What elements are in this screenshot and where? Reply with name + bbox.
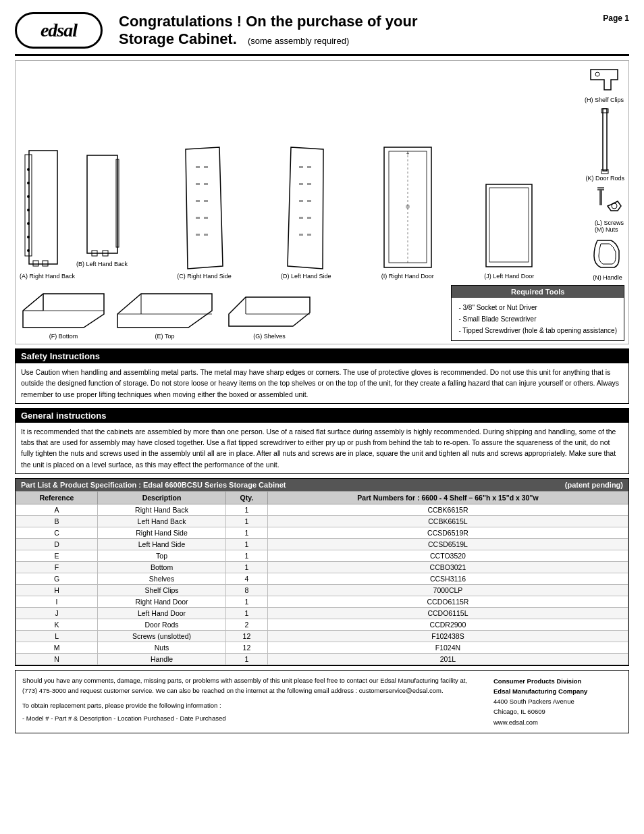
table-cell-7-1: Shelf Clips bbox=[98, 584, 226, 596]
svg-point-5 bbox=[27, 209, 30, 211]
company-div: Consumer Products Division bbox=[493, 676, 622, 686]
parts-group-right: (H) Shelf Clips (K) Door Rods bbox=[584, 66, 624, 281]
table-row: DLeft Hand Side1CCSD6519L bbox=[16, 538, 628, 550]
part-n-label: (N) Handle bbox=[593, 274, 622, 281]
part-e: (E) Top bbox=[114, 290, 215, 341]
table-cell-0-2: 1 bbox=[225, 504, 267, 515]
svg-point-3 bbox=[27, 182, 30, 184]
part-f-label: (F) Bottom bbox=[49, 333, 78, 341]
svg-rect-11 bbox=[87, 155, 117, 253]
header-title: Congratulations ! On the purchase of you… bbox=[119, 13, 603, 49]
header: edsal Congratulations ! On the purchase … bbox=[15, 12, 629, 56]
svg-text:+: + bbox=[406, 151, 409, 157]
table-cell-8-2: 1 bbox=[225, 596, 267, 607]
table-cell-4-2: 1 bbox=[225, 550, 267, 561]
table-row: LScrews (unslotted)12F102438S bbox=[16, 630, 628, 642]
table-patent: (patent pending) bbox=[565, 481, 623, 489]
table-cell-9-1: Left Hand Door bbox=[98, 607, 226, 619]
table-cell-10-0: K bbox=[16, 619, 98, 630]
svg-rect-49 bbox=[599, 190, 602, 205]
table-cell-0-3: CCBK6615R bbox=[267, 504, 628, 515]
part-d: (D) Left Hand Side bbox=[281, 146, 331, 281]
part-c-label: (C) Right Hand Side bbox=[177, 273, 232, 281]
part-e-label: (E) Top bbox=[155, 333, 175, 341]
table-row: ARight Hand Back1CCBK6615R bbox=[16, 504, 628, 515]
table-cell-0-1: Right Hand Back bbox=[98, 504, 226, 515]
table-cell-11-1: Screws (unslotted) bbox=[98, 630, 226, 642]
col-qty: Qty. bbox=[225, 491, 267, 504]
svg-rect-28 bbox=[299, 183, 303, 185]
table-cell-13-1: Handle bbox=[98, 653, 226, 664]
table-cell-3-3: CCSD6519L bbox=[267, 538, 628, 550]
table-cell-3-1: Left Hand Side bbox=[98, 538, 226, 550]
safety-body: Use Caution when handling and assembling… bbox=[16, 363, 628, 403]
svg-rect-31 bbox=[299, 234, 303, 236]
table-cell-4-3: CCTO3520 bbox=[267, 550, 628, 561]
table-row: KDoor Rods2CCDR2900 bbox=[16, 619, 628, 630]
part-d-label: (D) Left Hand Side bbox=[281, 273, 331, 281]
col-part-numbers: Part Numbers for : 6600 - 4 Shelf – 66"h… bbox=[267, 491, 628, 504]
svg-rect-42 bbox=[486, 184, 532, 267]
table-cell-2-1: Right Hand Side bbox=[98, 527, 226, 538]
part-b: (B) Left Hand Back bbox=[76, 154, 128, 269]
parts-group-ab: (A) Right Hand Back (B) Left Hand Back bbox=[20, 149, 128, 281]
table-cell-5-0: F bbox=[16, 561, 98, 573]
footer-replacement-items: - Model # - Part # & Description - Locat… bbox=[22, 714, 483, 724]
website: www.edsal.com bbox=[493, 717, 622, 727]
table-cell-13-3: 201L bbox=[267, 653, 628, 664]
table-cell-8-1: Right Hand Door bbox=[98, 596, 226, 607]
tool-item-3: Tipped Screwdriver (hole & tab opening a… bbox=[458, 325, 617, 336]
table-row: MNuts12F1024N bbox=[16, 642, 628, 653]
svg-rect-29 bbox=[299, 200, 303, 202]
footer: Should you have any comments, damage, mi… bbox=[15, 670, 629, 733]
part-f: (F) Bottom bbox=[20, 290, 107, 341]
general-header: General instructions bbox=[16, 409, 628, 423]
table-cell-1-0: B bbox=[16, 515, 98, 527]
title-line2: Storage Cabinet. bbox=[119, 30, 237, 47]
svg-rect-17 bbox=[196, 183, 200, 185]
svg-rect-36 bbox=[307, 234, 311, 236]
table-cell-5-3: CCBO3021 bbox=[267, 561, 628, 573]
svg-marker-57 bbox=[117, 294, 212, 328]
table-row: JLeft Hand Door1CCDO6115L bbox=[16, 607, 628, 619]
table-cell-13-0: N bbox=[16, 653, 98, 664]
part-h-label: (H) Shelf Clips bbox=[585, 97, 624, 103]
table-row: CRight Hand Side1CCSD6519R bbox=[16, 527, 628, 538]
svg-rect-18 bbox=[196, 200, 200, 202]
title-line1: Congratulations ! On the purchase of you… bbox=[119, 13, 417, 30]
table-cell-5-1: Bottom bbox=[98, 561, 226, 573]
tools-list: 3/8" Socket or Nut Driver Small Blade Sc… bbox=[458, 302, 617, 336]
col-description: Description bbox=[98, 491, 226, 504]
table-row: ETop1CCTO3520 bbox=[16, 550, 628, 561]
table-cell-6-3: CCSH3116 bbox=[267, 573, 628, 584]
company-name: Edsal Manufacturing Company bbox=[493, 686, 622, 696]
part-j: (J) Left Hand Door bbox=[484, 179, 535, 281]
table-row: GShelves4CCSH3116 bbox=[16, 573, 628, 584]
logo-text: edsal bbox=[41, 20, 77, 41]
part-lm-label: (L) Screws(M) Nuts bbox=[595, 219, 624, 233]
parts-list-table: Reference Description Qty. Part Numbers … bbox=[16, 491, 628, 665]
parts-table-section: Part List & Product Specification : Edsa… bbox=[15, 478, 629, 666]
table-cell-1-2: 1 bbox=[225, 515, 267, 527]
svg-rect-23 bbox=[204, 200, 208, 202]
svg-rect-45 bbox=[603, 109, 607, 171]
svg-rect-43 bbox=[489, 188, 529, 262]
table-cell-2-3: CCSD6519R bbox=[267, 527, 628, 538]
table-cell-6-0: G bbox=[16, 573, 98, 584]
svg-point-7 bbox=[27, 236, 30, 238]
svg-rect-20 bbox=[196, 234, 200, 236]
address1: 4400 South Packers Avenue bbox=[493, 696, 622, 706]
table-cell-7-0: H bbox=[16, 584, 98, 596]
tool-item-1: 3/8" Socket or Nut Driver bbox=[458, 302, 617, 313]
table-title: Part List & Product Specification : Edsa… bbox=[21, 481, 286, 489]
subtitle: (some assembly required) bbox=[248, 36, 349, 46]
table-cell-7-3: 7000CLP bbox=[267, 584, 628, 596]
part-h: (H) Shelf Clips bbox=[584, 66, 624, 103]
table-cell-4-1: Top bbox=[98, 550, 226, 561]
svg-rect-24 bbox=[204, 217, 208, 219]
page: edsal Congratulations ! On the purchase … bbox=[0, 0, 644, 834]
bottom-parts-row: (F) Bottom (E) Top (G) Shel bbox=[20, 285, 624, 341]
table-cell-6-1: Shelves bbox=[98, 573, 226, 584]
table-cell-12-2: 12 bbox=[225, 642, 267, 653]
footer-main-text: Should you have any comments, damage, mi… bbox=[22, 676, 483, 696]
